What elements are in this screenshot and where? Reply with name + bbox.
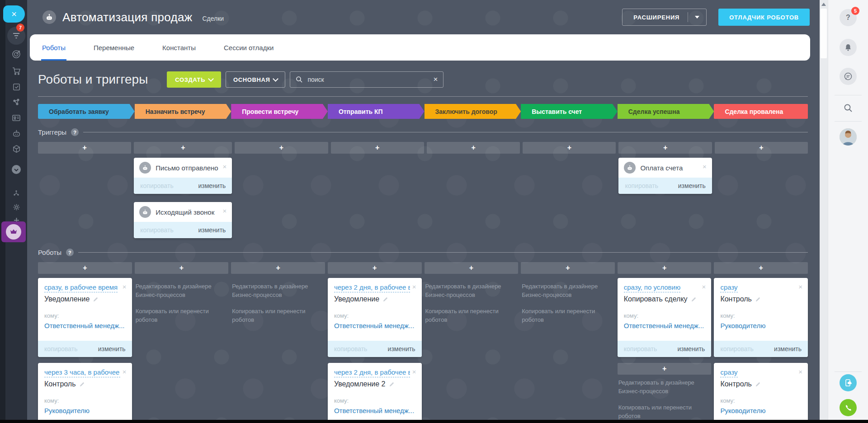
recipient-link[interactable]: Руководителю xyxy=(720,407,802,414)
add-robot-button[interactable]: + xyxy=(618,262,712,274)
edit-link[interactable]: изменить xyxy=(198,182,226,189)
robot-card[interactable]: сразу × Контроль кому: Руководителю копи… xyxy=(714,363,808,423)
add-trigger-button[interactable]: + xyxy=(38,142,131,154)
create-button[interactable]: СОЗДАТЬ xyxy=(167,71,221,88)
sidebar-item-shop[interactable] xyxy=(5,63,27,79)
close-icon[interactable]: × xyxy=(412,283,416,290)
vertical-scrollbar[interactable] xyxy=(820,0,828,423)
edit-link[interactable]: изменить xyxy=(774,345,802,352)
stage-sdelka-provalena[interactable]: Сделка провалена xyxy=(714,104,808,119)
add-robot-button[interactable]: + xyxy=(425,262,519,274)
copy-link[interactable]: копировать xyxy=(334,345,368,352)
close-icon[interactable]: × xyxy=(123,283,127,290)
add-robot-button[interactable]: + xyxy=(135,262,229,274)
schedule-link[interactable]: сразу, по условию xyxy=(624,283,680,292)
global-search-button[interactable] xyxy=(843,103,853,115)
trigger-card[interactable]: Оплата счета × копировать изменить xyxy=(618,158,712,194)
schedule-link[interactable]: через 2 дня, в рабочее вр... xyxy=(334,368,410,377)
add-robot-button[interactable]: + xyxy=(618,363,712,375)
add-trigger-button[interactable]: + xyxy=(618,142,712,154)
add-trigger-button[interactable]: + xyxy=(235,142,328,154)
robot-card[interactable]: через 2 дня, в рабочее вр... × Уведомлен… xyxy=(328,363,422,423)
add-trigger-button[interactable]: + xyxy=(134,142,232,154)
sidebar-item-crm[interactable] xyxy=(5,47,27,62)
add-trigger-button[interactable]: + xyxy=(427,142,520,154)
scrollbar-thumb[interactable] xyxy=(821,9,827,58)
stage-otpravit-kp[interactable]: Отправить КП xyxy=(328,104,425,119)
edit-link[interactable]: изменить xyxy=(98,345,126,352)
stage-naznachit-vstrechu[interactable]: Назначить встречу xyxy=(135,104,231,119)
copy-link[interactable]: копировать xyxy=(624,345,657,352)
help-icon[interactable]: ? xyxy=(66,249,74,256)
edit-pencil-icon[interactable] xyxy=(755,296,761,302)
recipient-link[interactable]: Ответственный менедж... xyxy=(334,322,416,329)
add-robot-button[interactable]: + xyxy=(231,262,325,274)
copy-link[interactable]: копировать xyxy=(625,182,658,189)
add-robot-button[interactable]: + xyxy=(38,262,132,274)
user-avatar[interactable] xyxy=(840,128,857,146)
add-robot-button[interactable]: + xyxy=(714,262,808,274)
telephony-button[interactable] xyxy=(840,399,857,416)
sidebar-item-structure[interactable] xyxy=(5,185,27,201)
edit-pencil-icon[interactable] xyxy=(691,296,697,302)
tab-constants[interactable]: Константы xyxy=(161,34,197,61)
designer-link[interactable]: Редактировать в дизайнере Бизнес-процесс… xyxy=(232,282,323,300)
copy-link[interactable]: копировать xyxy=(140,182,174,189)
help-icon[interactable]: ? xyxy=(71,128,79,136)
close-icon[interactable]: × xyxy=(412,368,416,375)
sidebar-item-contacts[interactable] xyxy=(5,110,27,126)
sidebar-item-network[interactable] xyxy=(5,94,27,110)
close-icon[interactable]: × xyxy=(702,283,706,290)
clear-search-icon[interactable]: × xyxy=(433,75,438,84)
recipient-link[interactable]: Руководителю xyxy=(720,322,802,329)
close-slider-button[interactable]: × xyxy=(3,5,25,23)
extensions-button[interactable]: РАСШИРЕНИЯ xyxy=(622,9,707,26)
copy-link[interactable]: копировать xyxy=(140,226,174,234)
designer-link[interactable]: Редактировать в дизайнере Бизнес-процесс… xyxy=(425,282,517,300)
close-icon[interactable]: × xyxy=(123,368,127,375)
schedule-link[interactable]: через 2 дня, в рабочее вр... xyxy=(334,283,410,292)
add-trigger-button[interactable]: + xyxy=(523,142,616,154)
notifications-button[interactable] xyxy=(840,39,857,56)
edit-link[interactable]: изменить xyxy=(678,182,706,189)
close-icon[interactable]: × xyxy=(223,163,227,170)
add-trigger-button[interactable]: + xyxy=(715,142,808,154)
robot-card[interactable]: через 3 часа, в рабочее в... × Контроль … xyxy=(38,363,132,423)
designer-link[interactable]: Редактировать в дизайнере Бизнес-процесс… xyxy=(522,282,613,300)
recipient-link[interactable]: Ответственный менедж... xyxy=(624,322,706,329)
tab-robots[interactable]: Роботы xyxy=(41,34,66,61)
sidebar-item-automation[interactable] xyxy=(5,126,27,141)
extensions-dropdown[interactable] xyxy=(688,16,706,19)
designer-link[interactable]: Редактировать в дизайнере Бизнес-процесс… xyxy=(136,282,227,300)
copy-robots-link[interactable]: Копировать или перенести роботов xyxy=(136,307,227,324)
copy-robots-link[interactable]: Копировать или перенести роботов xyxy=(425,307,517,324)
edit-pencil-icon[interactable] xyxy=(79,381,85,387)
copy-link[interactable]: копировать xyxy=(44,345,78,352)
robot-debugger-button[interactable]: ОТЛАДЧИК РОБОТОВ xyxy=(718,9,810,26)
mobile-app-button[interactable] xyxy=(840,374,857,391)
trigger-card[interactable]: Письмо отправлено × копировать изменить xyxy=(134,158,232,194)
edit-pencil-icon[interactable] xyxy=(382,296,388,302)
recipient-link[interactable]: Ответственный менедж... xyxy=(334,407,416,414)
copy-robots-link[interactable]: Копировать или перенести роботов xyxy=(618,404,710,421)
help-button[interactable]: ? 5 xyxy=(840,9,857,26)
recipient-link[interactable]: Ответственный менедж... xyxy=(44,322,127,329)
copy-robots-link[interactable]: Копировать или перенести роботов xyxy=(522,307,613,324)
schedule-link[interactable]: сразу xyxy=(720,283,737,292)
robot-card[interactable]: сразу × Контроль кому: Руководителю копи… xyxy=(714,278,808,357)
stage-zaklyuchit-dogovor[interactable]: Заключить договор xyxy=(425,104,521,119)
close-icon[interactable]: × xyxy=(703,163,707,170)
schedule-link[interactable]: через 3 часа, в рабочее в... xyxy=(44,368,120,377)
edit-link[interactable]: изменить xyxy=(677,345,705,352)
tab-debug-sessions[interactable]: Сессии отладки xyxy=(223,34,274,61)
scroll-up-arrow[interactable] xyxy=(821,3,826,6)
sidebar-item-premium[interactable] xyxy=(1,221,26,242)
add-robot-button[interactable]: + xyxy=(521,262,615,274)
sidebar-item-sites[interactable] xyxy=(5,141,27,156)
recipient-link[interactable]: Руководителю xyxy=(44,407,127,414)
close-icon[interactable]: × xyxy=(798,283,802,290)
sidebar-item-tasks[interactable] xyxy=(5,79,27,94)
robot-card[interactable]: сразу, в рабочее время × Уведомление ком… xyxy=(38,278,132,357)
schedule-link[interactable]: сразу, в рабочее время xyxy=(44,283,118,292)
close-icon[interactable]: × xyxy=(798,368,802,375)
